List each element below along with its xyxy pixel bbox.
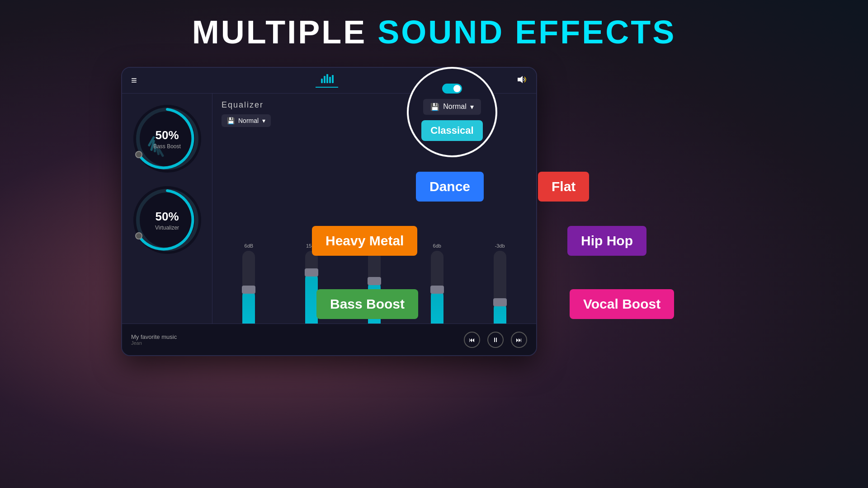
svg-rect-0: [321, 79, 323, 83]
preset-dropdown-icon2: ▾: [470, 103, 474, 111]
next-button[interactable]: ⏭: [511, 332, 527, 348]
track-info: My favorite music Jean: [131, 333, 464, 346]
prev-button[interactable]: ⏮: [464, 332, 480, 348]
title-text: MULTIPLE SOUND EFFECTS: [192, 14, 676, 50]
bass-label: Bass Boost: [153, 143, 181, 150]
header-right: [517, 75, 527, 86]
hamburger-icon[interactable]: ≡: [131, 75, 137, 86]
band-db-3k6: 6db: [433, 243, 441, 249]
bass-boost-knob[interactable]: 50% Bass Boost: [133, 103, 201, 175]
slider-handle-3k6[interactable]: [430, 286, 444, 294]
toggle-circle-highlight: 💾 Normal ▾ Classical: [407, 67, 497, 157]
svg-rect-4: [332, 75, 334, 83]
eq-underline: [316, 87, 338, 88]
track-artist: Jean: [131, 340, 464, 346]
slider-handle-14k[interactable]: [493, 298, 507, 306]
preset-circle-button[interactable]: 💾 Normal ▾: [423, 99, 481, 115]
virtualizer-knob[interactable]: 50% Virtualizer: [133, 184, 201, 256]
svg-point-12: [136, 151, 142, 158]
knob-inner-bass: 50% Bass Boost: [153, 128, 181, 150]
preset-save-icon: 💾: [227, 117, 235, 124]
preset-circle-label: Normal: [443, 103, 467, 111]
virt-label: Virtualizer: [155, 225, 179, 231]
bass-boost-badge[interactable]: Bass Boost: [316, 289, 418, 319]
equalizer-icon: [320, 73, 334, 86]
vocal-boost-badge[interactable]: Vocal Boost: [570, 289, 674, 319]
title-part1: MULTIPLE: [192, 14, 378, 50]
title-part2: SOUND EFFECTS: [377, 14, 676, 50]
toggle-knob: [453, 85, 461, 92]
band-db-60: 6dB: [245, 243, 254, 249]
svg-rect-3: [329, 77, 331, 83]
preset-button[interactable]: 💾 Normal ▾: [222, 114, 271, 127]
page-title-area: MULTIPLE SOUND EFFECTS: [0, 0, 868, 51]
power-toggle[interactable]: [442, 84, 462, 94]
play-pause-button[interactable]: ⏸: [487, 332, 504, 348]
volume-icon[interactable]: [517, 75, 527, 86]
hip-hop-badge[interactable]: Hip Hop: [567, 226, 646, 256]
preset-save-icon2: 💾: [430, 103, 439, 111]
track-name: My favorite music: [131, 333, 464, 340]
slider-handle-910[interactable]: [368, 277, 381, 285]
classical-badge-circle[interactable]: Classical: [421, 120, 482, 141]
preset-label: Normal: [238, 117, 259, 124]
slider-handle-230[interactable]: [305, 268, 318, 277]
preset-dropdown-icon: ▾: [262, 117, 265, 124]
slider-handle-60[interactable]: [242, 286, 255, 294]
knob-inner-virt: 50% Virtualizer: [155, 210, 179, 231]
bass-percent: 50%: [155, 128, 179, 142]
dance-badge[interactable]: Dance: [416, 172, 484, 202]
band-db-14k: -3db: [495, 243, 505, 249]
toggle-row: [442, 84, 462, 94]
player-controls: ⏮ ⏸ ⏭: [464, 332, 527, 348]
svg-rect-1: [324, 76, 326, 83]
svg-marker-5: [518, 76, 523, 83]
left-panel: 50% Bass Boost 50% Virtualizer: [122, 94, 212, 356]
flat-badge[interactable]: Flat: [538, 172, 589, 202]
svg-rect-2: [326, 74, 328, 83]
heavy-metal-badge[interactable]: Heavy Metal: [312, 226, 417, 256]
svg-point-14: [136, 233, 142, 239]
virt-percent: 50%: [155, 210, 179, 224]
bottom-bar: My favorite music Jean ⏮ ⏸ ⏭: [122, 324, 536, 355]
